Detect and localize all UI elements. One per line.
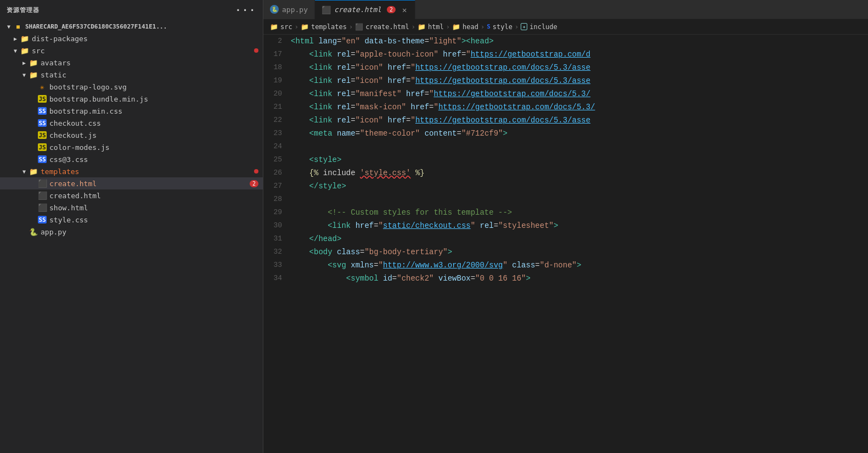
code-line-26: 26 {% include 'style.css' %}	[263, 166, 868, 180]
bc-html-node[interactable]: 📁 html	[418, 23, 444, 31]
line-number-19: 19	[263, 74, 291, 87]
code-line-23: 23 <meta name="theme-color" content="#71…	[263, 127, 868, 140]
bc-include-label: include	[529, 23, 557, 31]
code-line-18: 18 <link rel="icon" href="https://getboo…	[263, 61, 868, 74]
chevron-avatars: ▶	[20, 58, 29, 67]
line-content-25[interactable]: <style>	[291, 153, 868, 166]
code-line-17: 17 <link rel="apple-touch-icon" href="ht…	[263, 48, 868, 61]
icon-src: 📁	[20, 46, 30, 55]
chevron-templates: ▼	[20, 167, 29, 176]
line-number-33: 33	[263, 259, 291, 272]
code-line-2: 2<html lang="en" data-bs-theme="light"><…	[263, 35, 868, 48]
tree-item-created.html[interactable]: ⬛created.html	[0, 189, 263, 202]
line-content-30[interactable]: <link href="static/checkout.css" rel="st…	[291, 219, 868, 232]
bc-head-folder-icon: 📁	[452, 23, 460, 31]
tree-item-avatars[interactable]: ▶📁avatars	[0, 57, 263, 69]
line-content-29[interactable]: <!-- Custom styles for this template -->	[291, 206, 868, 219]
bc-templates-folder-icon: 📁	[301, 23, 309, 31]
line-content-2[interactable]: <html lang="en" data-bs-theme="light"><h…	[291, 35, 868, 48]
tree-item-app.py[interactable]: 🐍app.py	[0, 226, 263, 238]
breadcrumb: 📁 src › 📁 templates › ⬛ create.html › 📁 …	[263, 19, 868, 35]
icon-create.html: ⬛	[37, 178, 47, 188]
code-line-30: 30 <link href="static/checkout.css" rel=…	[263, 219, 868, 232]
tree-root[interactable]: ▼ ■ SHARECARD_AE6F537CD6180C356027F141E1…	[0, 20, 263, 32]
sidebar-header: 资源管理器 ···	[0, 0, 263, 20]
bc-html-folder-icon: 📁	[418, 23, 426, 31]
bc-sep-4: ›	[446, 23, 450, 31]
line-content-17[interactable]: <link rel="apple-touch-icon" href="https…	[291, 48, 868, 61]
line-number-22: 22	[263, 114, 291, 127]
label-checkout.css: checkout.css	[49, 119, 263, 127]
label-created.html: created.html	[49, 192, 263, 200]
label-color-modes.js: color-modes.js	[49, 143, 263, 152]
tab-create-html[interactable]: ⬛ create.html 2 ✕	[315, 0, 415, 19]
line-content-27[interactable]: </style>	[291, 180, 868, 193]
icon-static: 📁	[29, 70, 38, 80]
tab-create-html-label: create.html	[334, 5, 381, 14]
bc-style-node[interactable]: S style	[487, 23, 512, 31]
line-content-20[interactable]: <link rel="manifest" href="https://getbo…	[291, 87, 868, 100]
line-content-31[interactable]: </head>	[291, 232, 868, 245]
html-icon: ⬛	[322, 5, 331, 14]
label-src: src	[32, 47, 254, 55]
tree-item-color-modes.js[interactable]: JScolor-modes.js	[0, 141, 263, 153]
line-content-22[interactable]: <link rel="icon" href="https://getbootst…	[291, 114, 868, 127]
line-content-24[interactable]	[291, 140, 868, 153]
tree-item-create.html[interactable]: ⬛create.html2	[0, 177, 263, 189]
tree-item-checkout.js[interactable]: JScheckout.js	[0, 129, 263, 141]
line-content-19[interactable]: <link rel="icon" href="https://getbootst…	[291, 74, 868, 87]
line-content-32[interactable]: <body class="bg-body-tertiary">	[291, 245, 868, 259]
label-avatars: avatars	[41, 59, 263, 67]
tree-item-show.html[interactable]: ⬛show.html	[0, 202, 263, 214]
bc-style-icon: S	[487, 23, 491, 30]
code-editor[interactable]: 2<html lang="en" data-bs-theme="light"><…	[263, 35, 868, 453]
line-content-28[interactable]	[291, 193, 868, 206]
line-content-23[interactable]: <meta name="theme-color" content="#712cf…	[291, 127, 868, 140]
bc-templates[interactable]: 📁 templates	[301, 23, 347, 31]
line-content-33[interactable]: <svg xmlns="http://www.w3.org/2000/svg" …	[291, 259, 868, 272]
sidebar-more-button[interactable]: ···	[235, 4, 256, 16]
tree-item-bootstrap.bundle.min.js[interactable]: JSbootstrap.bundle.min.js	[0, 93, 263, 105]
bc-create-html[interactable]: ⬛ create.html	[355, 23, 409, 31]
tree-item-templates[interactable]: ▼📁templates	[0, 165, 263, 177]
bc-sep-1: ›	[295, 23, 298, 31]
tree-item-static[interactable]: ▼📁static	[0, 69, 263, 81]
code-line-24: 24	[263, 140, 868, 153]
chevron-dist-packages: ▶	[11, 34, 20, 43]
bc-include-node[interactable]: ✦ include	[521, 23, 557, 31]
bc-html-label: html	[428, 23, 444, 31]
tree-item-bootstrap-logo.svg[interactable]: ✳bootstrap-logo.svg	[0, 81, 263, 93]
tab-app-py[interactable]: 🐍 app.py	[263, 0, 315, 19]
root-icon: ■	[13, 21, 23, 31]
tab-bar: 🐍 app.py ⬛ create.html 2 ✕	[263, 0, 868, 19]
tree-item-bootstrap.min.css[interactable]: SSbootstrap.min.css	[0, 105, 263, 117]
icon-bootstrap.min.css: SS	[37, 106, 47, 116]
code-line-34: 34 <symbol id="check2" viewBox="0 0 16 1…	[263, 272, 868, 285]
code-line-29: 29 <!-- Custom styles for this template …	[263, 206, 868, 219]
bc-head-node[interactable]: 📁 head	[452, 23, 478, 31]
label-show.html: show.html	[49, 204, 263, 212]
tree-item-css@3.css[interactable]: SScss@3.css	[0, 153, 263, 165]
code-line-21: 21 <link rel="mask-icon" href="https://g…	[263, 100, 868, 114]
line-content-26[interactable]: {% include 'style.css' %}	[291, 166, 868, 180]
bc-src[interactable]: 📁 src	[270, 23, 292, 31]
tree-item-dist-packages[interactable]: ▶📁dist-packages	[0, 32, 263, 44]
line-content-34[interactable]: <symbol id="check2" viewBox="0 0 16 16">	[291, 272, 868, 285]
code-line-20: 20 <link rel="manifest" href="https://ge…	[263, 87, 868, 100]
tree-item-checkout.css[interactable]: SScheckout.css	[0, 117, 263, 129]
bc-sep-6: ›	[515, 23, 518, 31]
label-static: static	[41, 71, 263, 79]
code-line-31: 31 </head>	[263, 232, 868, 245]
icon-checkout.js: JS	[37, 130, 47, 140]
line-number-30: 30	[263, 219, 291, 232]
dot-templates	[254, 169, 258, 174]
tree-item-src[interactable]: ▼📁src	[0, 44, 263, 57]
editor-panel: 🐍 app.py ⬛ create.html 2 ✕ 📁 src › 📁 tem…	[263, 0, 868, 453]
icon-created.html: ⬛	[37, 191, 47, 200]
icon-avatars: 📁	[29, 58, 38, 68]
line-content-21[interactable]: <link rel="mask-icon" href="https://getb…	[291, 100, 868, 114]
tab-close-button[interactable]: ✕	[401, 4, 408, 15]
line-content-18[interactable]: <link rel="icon" href="https://getbootst…	[291, 61, 868, 74]
tree-item-style.css[interactable]: SSstyle.css	[0, 214, 263, 226]
code-line-25: 25 <style>	[263, 153, 868, 166]
